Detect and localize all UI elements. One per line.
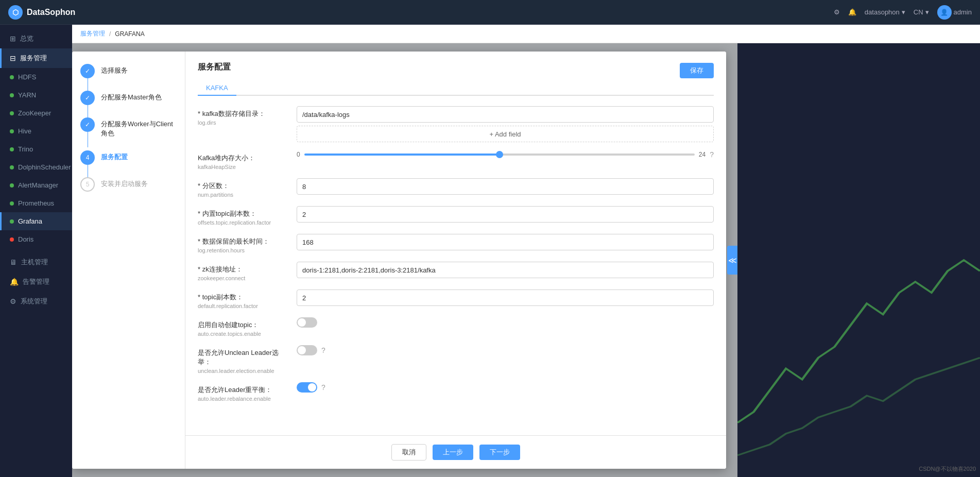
retention-control xyxy=(297,234,714,250)
watermark: CSDN@不以物喜2020 xyxy=(919,465,976,473)
lang-dropdown-icon: ▾ xyxy=(925,8,929,16)
logo-icon: ⬡ xyxy=(12,8,19,16)
sys-mgmt-icon: ⚙ xyxy=(10,297,16,305)
main-layout: ⊞ 总览 ⊟ 服务管理 HDFS YARN ZooKeeper Hive Tri… xyxy=(0,25,980,477)
step-1-label: 选择服务 xyxy=(101,66,128,75)
yarn-status-dot xyxy=(10,93,14,97)
sidebar-item-sys-mgmt[interactable]: ⚙ 系统管理 xyxy=(0,292,72,311)
kafka-heap-slider[interactable] xyxy=(304,154,695,156)
doris-status-dot xyxy=(10,237,14,242)
partition-input[interactable] xyxy=(297,178,714,195)
zk-control xyxy=(297,262,714,278)
kafka-log-dir-label: * kafka数据存储目录： log.dirs xyxy=(198,106,290,126)
next-button[interactable]: 下一步 xyxy=(479,445,520,460)
lang-menu[interactable]: CN ▾ xyxy=(914,8,929,16)
auto-create-topic-toggle[interactable] xyxy=(297,317,317,328)
breadcrumb-service-mgmt[interactable]: 服务管理 xyxy=(80,29,105,38)
form-row-zk: * zk连接地址： zookeeper.connect xyxy=(198,262,714,281)
form-row-retention: * 数据保留的最长时间： log.retention.hours xyxy=(198,234,714,253)
trino-status-dot xyxy=(10,147,14,151)
step-1-text: 选择服务 xyxy=(101,64,128,75)
sidebar-label-doris: Doris xyxy=(18,235,33,243)
dolphin-status-dot xyxy=(10,165,14,169)
topic-replica-input[interactable] xyxy=(297,289,714,306)
step-3-label: 分配服务Worker与Client角色 xyxy=(101,120,177,138)
alert-mgmt-icon: 🔔 xyxy=(10,278,19,286)
grafana-status-dot xyxy=(10,219,14,224)
step-4: 4 服务配置 xyxy=(80,150,177,165)
internal-topic-input[interactable] xyxy=(297,206,714,223)
kafka-log-dir-input[interactable] xyxy=(297,106,714,123)
unclean-leader-toggle[interactable] xyxy=(297,345,317,355)
sidebar-item-prometheus[interactable]: Prometheus xyxy=(0,194,72,212)
content-header: 服务配置 保存 xyxy=(198,62,714,79)
form-row-internal-topic: * 内置topic副本数： offsets.topic.replication.… xyxy=(198,206,714,226)
app-logo: ⬡ xyxy=(8,5,23,20)
wizard-body: ✓ 选择服务 ✓ 分配服务Master角色 xyxy=(72,52,726,469)
slider-min: 0 xyxy=(297,151,300,158)
sidebar-item-alertmanager[interactable]: AlertManager xyxy=(0,176,72,194)
step-2-text: 分配服务Master角色 xyxy=(101,91,162,102)
content-area: 服务管理 / GRAFANA ✓ 选择服务 xyxy=(72,25,980,477)
sidebar-item-hive[interactable]: Hive xyxy=(0,122,72,140)
prev-button[interactable]: 上一步 xyxy=(433,445,473,460)
unclean-leader-sub: unclean.leader.election.enable xyxy=(198,368,290,374)
sidebar-item-host-mgmt[interactable]: 🖥 主机管理 xyxy=(0,252,72,272)
sidebar: ⊞ 总览 ⊟ 服务管理 HDFS YARN ZooKeeper Hive Tri… xyxy=(0,25,72,477)
form-row-topic-replica: * topic副本数： default.replication.factor xyxy=(198,289,714,309)
form-row-kafka-heap: Kafka堆内存大小： kafkaHeapSize 0 24 ? xyxy=(198,150,714,170)
form-row-unclean-leader: 是否允许Unclean Leader选举： unclean.leader.ele… xyxy=(198,345,714,374)
sidebar-item-grafana[interactable]: Grafana xyxy=(0,212,72,230)
dialog-overlay: ✓ 选择服务 ✓ 分配服务Master角色 xyxy=(72,43,980,477)
auto-create-topic-toggle-row xyxy=(297,317,714,328)
cancel-button[interactable]: 取消 xyxy=(391,444,426,461)
tab-kafka[interactable]: KAFKA xyxy=(198,81,236,96)
leader-rebalance-toggle[interactable] xyxy=(297,382,317,393)
side-expand-button[interactable]: ≪ xyxy=(727,246,737,275)
wizard-main: 服务配置 保存 KAFKA * kafka数据存储 xyxy=(185,52,726,469)
kafka-log-dir-controls: + Add field xyxy=(297,106,714,142)
sidebar-item-zookeeper[interactable]: ZooKeeper xyxy=(0,104,72,122)
sidebar-item-doris[interactable]: Doris xyxy=(0,230,72,248)
leader-rebalance-label: 是否允许Leader重平衡： auto.leader.rebalance.ena… xyxy=(198,382,290,402)
zk-input[interactable] xyxy=(297,262,714,278)
partition-label: * 分区数： num.partitions xyxy=(198,178,290,198)
unclean-leader-control: ? xyxy=(297,345,714,355)
step-3-text: 分配服务Worker与Client角色 xyxy=(101,117,177,138)
leader-rebalance-sub: auto.leader.rebalance.enable xyxy=(198,396,290,402)
sidebar-item-alert-mgmt[interactable]: 🔔 告警管理 xyxy=(0,272,72,292)
partition-control xyxy=(297,178,714,195)
host-mgmt-icon: 🖥 xyxy=(10,258,17,266)
user-menu[interactable]: datasophon ▾ xyxy=(865,8,905,16)
slider-max: 24 xyxy=(699,151,706,158)
navbar: ⬡ DataSophon ⚙ 🔔 datasophon ▾ CN ▾ 👤 adm… xyxy=(0,0,980,25)
sidebar-item-yarn[interactable]: YARN xyxy=(0,86,72,104)
sidebar-item-hdfs[interactable]: HDFS xyxy=(0,68,72,86)
sidebar-label-host-mgmt: 主机管理 xyxy=(21,258,48,267)
partition-sub: num.partitions xyxy=(198,192,290,198)
leader-rebalance-help-icon[interactable]: ? xyxy=(321,383,325,391)
overview-icon: ⊞ xyxy=(10,35,16,43)
retention-input[interactable] xyxy=(297,234,714,250)
user-dropdown-icon: ▾ xyxy=(902,8,905,16)
settings-icon[interactable]: ⚙ xyxy=(834,8,840,16)
form-row-leader-rebalance: 是否允许Leader重平衡： auto.leader.rebalance.ena… xyxy=(198,382,714,402)
sidebar-item-trino[interactable]: Trino xyxy=(0,140,72,158)
sidebar-label-sys-mgmt: 系统管理 xyxy=(21,297,47,306)
sidebar-item-service-mgmt[interactable]: ⊟ 服务管理 xyxy=(0,48,72,68)
internal-topic-control xyxy=(297,206,714,223)
add-field-button[interactable]: + Add field xyxy=(297,126,714,142)
side-expand-area: ≪ xyxy=(726,43,737,477)
breadcrumb-separator: / xyxy=(109,30,111,38)
auto-create-topic-sub: auto.create.topics.enable xyxy=(198,331,290,337)
bell-icon[interactable]: 🔔 xyxy=(848,8,856,16)
wizard-content: 服务配置 保存 KAFKA * kafka数据存储 xyxy=(185,52,726,435)
admin-menu[interactable]: 👤 admin xyxy=(937,5,972,20)
unclean-leader-help-icon[interactable]: ? xyxy=(321,346,325,354)
sidebar-label-yarn: YARN xyxy=(18,91,36,99)
save-button[interactable]: 保存 xyxy=(680,63,714,78)
sidebar-item-overview[interactable]: ⊞ 总览 xyxy=(0,29,72,48)
sidebar-item-dolphin[interactable]: DolphinScheduler xyxy=(0,158,72,176)
retention-sub: log.retention.hours xyxy=(198,247,290,253)
slider-help-icon[interactable]: ? xyxy=(710,150,714,159)
